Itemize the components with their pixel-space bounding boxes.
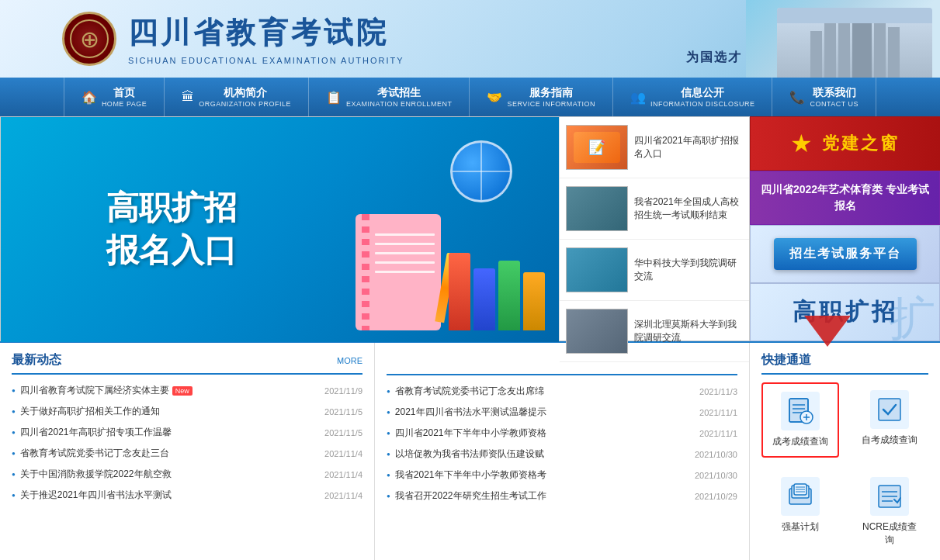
party-banner[interactable]: ★ 党建之窗 (750, 116, 940, 171)
main-nav: 🏠 首页 HOME PAGE 🏛 机构简介 ORGANIZATION PROFI… (0, 78, 940, 116)
news-list-right: 省教育考试院党委书记丁念友出席绵 2021/11/3 2021年四川省书法水平测… (387, 383, 737, 504)
nav-contact-cn: 联系我们 (813, 86, 856, 100)
svg-marker-0 (804, 316, 851, 347)
bottom-container: 最新动态 MORE 四川省教育考试院下属经济实体主要 New 2021/11/9… (0, 341, 940, 560)
header-title: 四川省教育考试院 SICHUAN EDUCATIONAL EXAMINATION… (128, 13, 404, 65)
notebook-decoration (356, 214, 441, 330)
books-decoration (449, 253, 545, 330)
nav-exam-cn: 考试招生 (377, 86, 421, 100)
quick-access: 快捷通道 成考成绩查询 (750, 343, 940, 560)
list-item[interactable]: 省教育考试院党委书记丁念友赴三台 2021/11/4 (12, 445, 362, 461)
arrow-indicator (796, 312, 858, 354)
latest-news-title: 最新动态 MORE (12, 352, 362, 375)
nav-service-cn: 服务指南 (529, 86, 573, 100)
banner-area: 高职扩招 报名入口 (0, 116, 750, 341)
site-title-en: SICHUAN EDUCATIONAL EXAMINATION AUTHORIT… (128, 56, 404, 65)
nav-item-org[interactable]: 🏛 机构简介 ORGANIZATION PROFILE (165, 78, 309, 116)
latest-news-left: 最新动态 MORE 四川省教育考试院下属经济实体主要 New 2021/11/9… (0, 343, 375, 560)
header-logo: 四川省教育考试院 SICHUAN EDUCATIONAL EXAMINATION… (0, 12, 404, 66)
quick-item-ncre[interactable]: NCRE成绩查询 (851, 469, 928, 555)
list-item[interactable]: 四川省教育考试院下属经济实体主要 New 2021/11/9 (12, 382, 362, 399)
list-item[interactable]: 我省2021年下半年中小学教师资格考 2021/10/30 (387, 467, 737, 483)
left-section: 高职扩招 报名入口 (0, 116, 750, 341)
banner-news-item-3[interactable]: 华中科技大学到我院调研交流 (560, 240, 749, 301)
main-content: 高职扩招 报名入口 (0, 116, 940, 341)
party-window-text: 党建之窗 (822, 132, 900, 155)
list-item[interactable]: 关于中国消防救援学院2022年航空救 2021/11/4 (12, 466, 362, 482)
list-item[interactable]: 以培促教为我省书法师资队伍建设赋 2021/10/30 (387, 446, 737, 462)
nav-item-exam[interactable]: 📋 考试招生 EXAMINATION ENROLLMENT (309, 78, 470, 116)
globe-decoration (450, 140, 512, 202)
news-thumb-3 (566, 247, 628, 292)
nav-contact-en: CONTACT US (810, 100, 858, 108)
quick-item-zikao[interactable]: 自考成绩查询 (851, 382, 928, 458)
party-star-icon: ★ (790, 129, 813, 158)
quick-access-title: 快捷通道 (761, 352, 928, 375)
logo-emblem (62, 12, 116, 66)
nav-service-en: SERVICE INFORMATION (507, 100, 595, 108)
banner-news-panel: 📝 四川省2021年高职扩招报名入口 我省2021年全国成人高校招生统一考试顺利… (559, 117, 749, 340)
nav-item-contact[interactable]: 📞 联系我们 CONTACT US (772, 78, 876, 116)
nav-home-en: HOME PAGE (102, 100, 147, 108)
list-item[interactable]: 四川省2021年下半年中小学教师资格 2021/11/1 (387, 425, 737, 441)
list-item[interactable]: 我省召开2022年研究生招生考试工作 2021/10/29 (387, 488, 737, 504)
banner-illustration (342, 117, 559, 342)
banner-news-item-2[interactable]: 我省2021年全国成人高校招生统一考试顺利结束 (560, 178, 749, 240)
news-thumb-2 (566, 186, 628, 231)
list-item[interactable]: 关于做好高职扩招相关工作的通知 2021/11/5 (12, 403, 362, 420)
nav-info-cn: 信息公开 (681, 86, 724, 100)
ncre-label: NCRE成绩查询 (858, 520, 921, 547)
nav-org-cn: 机构简介 (224, 86, 267, 100)
main-banner[interactable]: 高职扩招 报名入口 (1, 117, 559, 342)
home-icon: 🏠 (82, 90, 97, 105)
chengkao-icon (781, 392, 820, 430)
banner-headline: 高职扩招 报名入口 (106, 187, 237, 271)
nav-items: 🏠 首页 HOME PAGE 🏛 机构简介 ORGANIZATION PROFI… (64, 78, 876, 116)
banner-news-title-2: 我省2021年全国成人高校招生统一考试顺利结束 (634, 195, 743, 222)
service-icon: 🤝 (487, 90, 502, 105)
banner-news-title-1: 四川省2021年高职扩招报名入口 (634, 134, 743, 161)
new-badge: New (172, 386, 193, 396)
list-item[interactable]: 省教育考试院党委书记丁念友出席绵 2021/11/3 (387, 383, 737, 399)
banner-news-title-4: 深圳北理莫斯科大学到我院调研交流 (634, 318, 743, 344)
latest-news-right: 省教育考试院党委书记丁念友出席绵 2021/11/3 2021年四川省书法水平测… (375, 343, 750, 560)
qiangji-icon (781, 477, 820, 516)
quick-item-chengkao[interactable]: 成考成绩查询 (761, 382, 839, 458)
chengkao-label: 成考成绩查询 (772, 435, 828, 448)
quick-item-qiangji[interactable]: 强基计划 (761, 469, 839, 555)
service-platform-label: 招生考试服务平台 (774, 238, 917, 270)
more-link[interactable]: MORE (337, 356, 362, 365)
nav-item-service[interactable]: 🤝 服务指南 SERVICE INFORMATION (470, 78, 613, 116)
nav-org-en: ORGANIZATION PROFILE (199, 100, 291, 108)
exam-icon: 📋 (326, 90, 342, 105)
nav-info-en: INFORMATION DISCLOSURE (650, 100, 754, 108)
banner-text-area: 高职扩招 报名入口 (1, 117, 342, 342)
quick-access-grid: 成考成绩查询 自考成绩查询 (761, 382, 928, 555)
nav-exam-en: EXAMINATION ENROLLMENT (346, 100, 452, 108)
nav-item-home[interactable]: 🏠 首页 HOME PAGE (64, 78, 165, 116)
contact-icon: 📞 (789, 90, 805, 105)
list-item[interactable]: 关于推迟2021年四川省书法水平测试 2021/11/4 (12, 487, 362, 503)
news-thumb-1: 📝 (566, 125, 628, 170)
ncre-icon (870, 477, 909, 516)
news-list-left: 四川省教育考试院下属经济实体主要 New 2021/11/9 关于做好高职扩招相… (12, 382, 362, 503)
nav-home-cn: 首页 (113, 86, 135, 100)
info-icon: 👥 (630, 90, 646, 105)
svg-rect-9 (879, 399, 900, 420)
list-item[interactable]: 四川省2021年高职扩招专项工作温馨 2021/11/5 (12, 424, 362, 441)
header-building-image (746, 0, 940, 78)
art-exam-banner[interactable]: 四川省2022年艺术体育类 专业考试报名 (750, 171, 940, 225)
service-platform-banner[interactable]: 招生考试服务平台 (750, 225, 940, 283)
header: 四川省教育考试院 SICHUAN EDUCATIONAL EXAMINATION… (0, 0, 940, 78)
logo-inner (70, 19, 109, 58)
nav-item-info[interactable]: 👥 信息公开 INFORMATION DISCLOSURE (613, 78, 772, 116)
site-title-cn: 四川省教育考试院 (128, 13, 404, 53)
qiangji-label: 强基计划 (782, 520, 819, 534)
zikao-icon (870, 390, 909, 429)
banner-news-item-1[interactable]: 📝 四川省2021年高职扩招报名入口 (560, 117, 749, 178)
zikao-label: 自考成绩查询 (862, 434, 917, 447)
banner-news-title-3: 华中科技大学到我院调研交流 (634, 257, 743, 283)
right-sidebar: ★ 党建之窗 四川省2022年艺术体育类 专业考试报名 招生考试服务平台 高职扩… (750, 116, 940, 341)
list-item[interactable]: 2021年四川省书法水平测试温馨提示 2021/11/1 (387, 404, 737, 420)
org-icon: 🏛 (182, 90, 194, 104)
